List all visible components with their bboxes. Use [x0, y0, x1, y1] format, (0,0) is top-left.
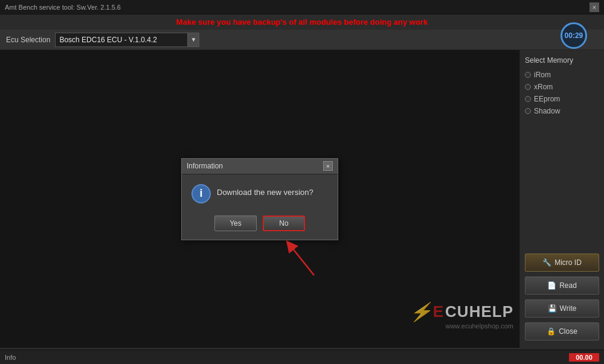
write-icon: 💾	[548, 304, 557, 313]
ecu-select[interactable]: Bosch EDC16 ECU - V.1.0.4.2	[55, 33, 188, 47]
main-layout: Information × i Download the new version…	[0, 50, 604, 348]
dialog-buttons: Yes No	[182, 211, 338, 240]
ecu-label: Ecu Selection	[6, 36, 50, 44]
info-label: Info	[5, 354, 16, 361]
xrom-radio[interactable]	[525, 84, 531, 90]
center-area: Information × i Download the new version…	[0, 50, 519, 348]
shadow-label: Shadow	[534, 107, 560, 115]
irom-radio[interactable]	[525, 72, 531, 78]
dialog-close-button[interactable]: ×	[323, 161, 333, 171]
arrow-annotation	[278, 233, 326, 281]
memory-option-irom[interactable]: iRom	[525, 71, 599, 79]
ecu-select-wrapper: Ecu Selection Bosch EDC16 ECU - V.1.0.4.…	[6, 33, 199, 47]
memory-option-shadow[interactable]: Shadow	[525, 107, 599, 115]
dialog-overlay: Information × i Download the new version…	[0, 50, 519, 348]
yes-button[interactable]: Yes	[214, 216, 257, 231]
dialog-title: Information	[187, 162, 223, 170]
warning-banner: Make sure you have backup's of all modul…	[0, 14, 604, 30]
close-icon: 🔒	[547, 327, 556, 336]
information-dialog: Information × i Download the new version…	[181, 158, 338, 240]
status-bar: Info 00.00	[0, 350, 604, 364]
no-button[interactable]: No	[263, 216, 305, 231]
irom-label: iRom	[534, 71, 551, 79]
eeprom-label: EEprom	[534, 95, 560, 103]
read-icon: 📄	[547, 281, 556, 290]
xrom-label: xRom	[534, 83, 553, 91]
timer-display: 00:29	[561, 22, 587, 49]
dropdown-arrow-icon: ▼	[187, 33, 199, 47]
memory-option-eeprom[interactable]: EEprom	[525, 95, 599, 103]
window-close-button[interactable]: ×	[590, 2, 599, 12]
info-icon: i	[191, 184, 211, 203]
right-panel-spacer	[525, 119, 599, 250]
title-bar: Amt Bench service tool: Sw.Ver. 2.1.5.6 …	[0, 0, 604, 14]
dialog-message: Download the new version?	[217, 184, 313, 197]
right-panel: Select Memory iRom xRom EEprom Shadow 🔧 …	[519, 50, 604, 348]
read-button[interactable]: 📄 Read	[525, 276, 599, 295]
close-button[interactable]: 🔒 Close	[525, 322, 599, 340]
dialog-body: i Download the new version?	[182, 174, 338, 211]
title-bar-text: Amt Bench service tool: Sw.Ver. 2.1.5.6	[5, 4, 121, 11]
status-counter: 00.00	[569, 353, 599, 362]
eeprom-radio[interactable]	[525, 96, 531, 102]
shadow-radio[interactable]	[525, 108, 531, 114]
select-memory-label: Select Memory	[525, 56, 599, 65]
header-row: Ecu Selection Bosch EDC16 ECU - V.1.0.4.…	[0, 30, 604, 50]
svg-line-1	[290, 245, 314, 275]
write-button[interactable]: 💾 Write	[525, 299, 599, 318]
micro-id-icon: 🔧	[542, 258, 551, 267]
dialog-titlebar: Information ×	[182, 159, 338, 174]
micro-id-button[interactable]: 🔧 Micro ID	[525, 254, 599, 272]
memory-option-xrom[interactable]: xRom	[525, 83, 599, 91]
